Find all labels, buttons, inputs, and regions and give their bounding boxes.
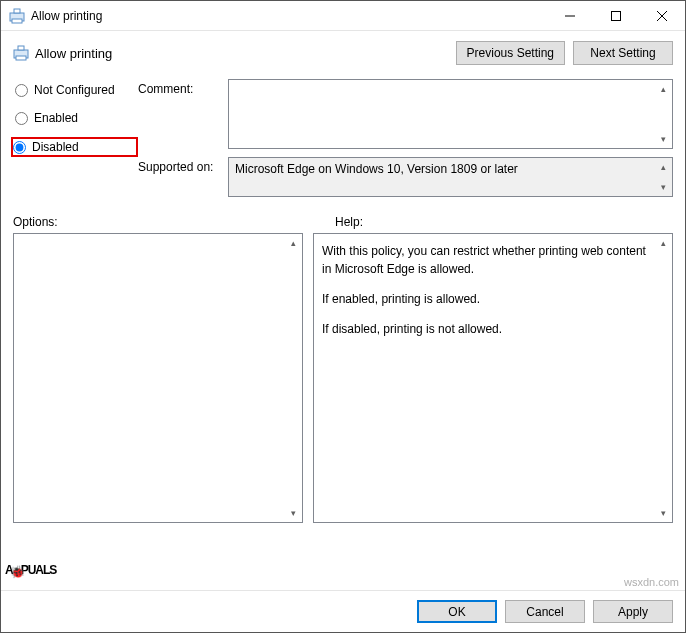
dialog-buttons: OK Cancel Apply bbox=[1, 590, 685, 632]
supported-row: Supported on: Microsoft Edge on Windows … bbox=[138, 157, 673, 197]
window-controls bbox=[547, 1, 685, 30]
titlebar: Allow printing bbox=[1, 1, 685, 31]
comment-row: Comment: ▴ ▾ bbox=[138, 79, 673, 149]
panels-row: ▴ ▾ With this policy, you can restrict w… bbox=[1, 233, 685, 523]
radio-enabled[interactable]: Enabled bbox=[13, 109, 138, 127]
options-content bbox=[14, 234, 302, 250]
supported-label: Supported on: bbox=[138, 157, 228, 197]
close-button[interactable] bbox=[639, 1, 685, 30]
ok-button[interactable]: OK bbox=[417, 600, 497, 623]
svg-rect-2 bbox=[12, 19, 22, 23]
help-paragraph: With this policy, you can restrict wheth… bbox=[322, 242, 652, 278]
fields-column: Comment: ▴ ▾ Supported on: Microsoft Edg… bbox=[138, 79, 673, 205]
watermark-url: wsxdn.com bbox=[624, 576, 679, 588]
header-title: Allow printing bbox=[35, 46, 448, 61]
radio-label: Disabled bbox=[32, 140, 79, 154]
svg-rect-1 bbox=[14, 9, 20, 13]
radio-not-configured[interactable]: Not Configured bbox=[13, 81, 138, 99]
radio-not-configured-input[interactable] bbox=[15, 84, 28, 97]
radio-disabled-input[interactable] bbox=[13, 141, 26, 154]
scroll-up-icon[interactable]: ▴ bbox=[656, 160, 670, 174]
svg-rect-4 bbox=[612, 11, 621, 20]
scroll-up-icon[interactable]: ▴ bbox=[286, 236, 300, 250]
options-panel[interactable]: ▴ ▾ bbox=[13, 233, 303, 523]
watermark-logo: A🐞PUALS bbox=[5, 543, 56, 582]
radio-label: Enabled bbox=[34, 111, 78, 125]
policy-icon bbox=[13, 45, 29, 61]
next-setting-button[interactable]: Next Setting bbox=[573, 41, 673, 65]
header-row: Allow printing Previous Setting Next Set… bbox=[1, 31, 685, 71]
state-radios: Not Configured Enabled Disabled bbox=[13, 79, 138, 205]
comment-textarea[interactable]: ▴ ▾ bbox=[228, 79, 673, 149]
radio-enabled-input[interactable] bbox=[15, 112, 28, 125]
comment-label: Comment: bbox=[138, 79, 228, 149]
radio-label: Not Configured bbox=[34, 83, 115, 97]
scroll-down-icon[interactable]: ▾ bbox=[656, 506, 670, 520]
panel-labels: Options: Help: bbox=[1, 205, 685, 233]
help-panel[interactable]: With this policy, you can restrict wheth… bbox=[313, 233, 673, 523]
help-paragraph: If enabled, printing is allowed. bbox=[322, 290, 652, 308]
help-content: With this policy, you can restrict wheth… bbox=[314, 234, 672, 358]
cancel-button[interactable]: Cancel bbox=[505, 600, 585, 623]
config-section: Not Configured Enabled Disabled Comment:… bbox=[1, 71, 685, 205]
help-label: Help: bbox=[335, 215, 363, 229]
scroll-up-icon[interactable]: ▴ bbox=[656, 82, 670, 96]
svg-rect-9 bbox=[16, 56, 26, 60]
policy-icon bbox=[9, 8, 25, 24]
scroll-down-icon[interactable]: ▾ bbox=[656, 180, 670, 194]
maximize-button[interactable] bbox=[593, 1, 639, 30]
svg-rect-8 bbox=[18, 46, 24, 50]
scroll-down-icon[interactable]: ▾ bbox=[286, 506, 300, 520]
supported-textarea: Microsoft Edge on Windows 10, Version 18… bbox=[228, 157, 673, 197]
scroll-up-icon[interactable]: ▴ bbox=[656, 236, 670, 250]
minimize-button[interactable] bbox=[547, 1, 593, 30]
supported-value: Microsoft Edge on Windows 10, Version 18… bbox=[229, 158, 672, 180]
scroll-down-icon[interactable]: ▾ bbox=[656, 132, 670, 146]
apply-button[interactable]: Apply bbox=[593, 600, 673, 623]
window-title: Allow printing bbox=[31, 9, 547, 23]
radio-disabled[interactable]: Disabled bbox=[11, 137, 138, 157]
bug-icon: 🐞 bbox=[10, 565, 24, 579]
help-paragraph: If disabled, printing is not allowed. bbox=[322, 320, 652, 338]
comment-value bbox=[229, 80, 672, 88]
options-label: Options: bbox=[13, 215, 335, 229]
previous-setting-button[interactable]: Previous Setting bbox=[456, 41, 565, 65]
